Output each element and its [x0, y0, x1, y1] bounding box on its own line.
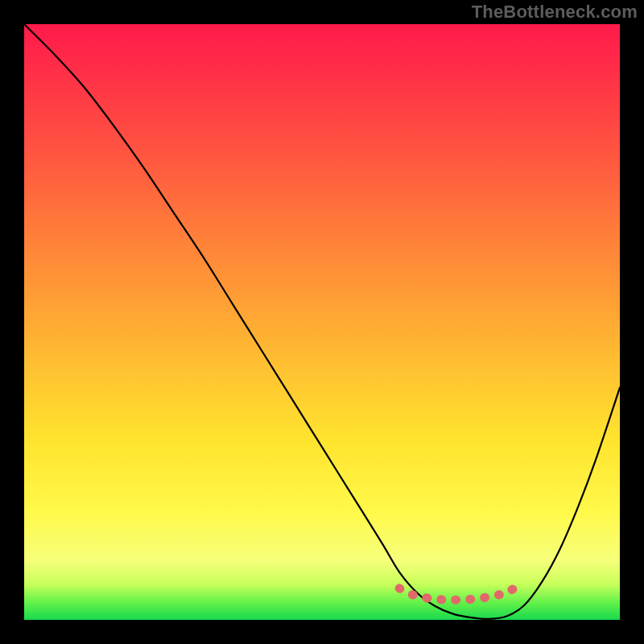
chart-svg-layer [24, 24, 620, 620]
watermark-text: TheBottleneck.com [472, 2, 638, 23]
bottleneck-curve-path [24, 24, 620, 619]
chart-frame: TheBottleneck.com [0, 0, 644, 644]
plot-area [24, 24, 620, 620]
